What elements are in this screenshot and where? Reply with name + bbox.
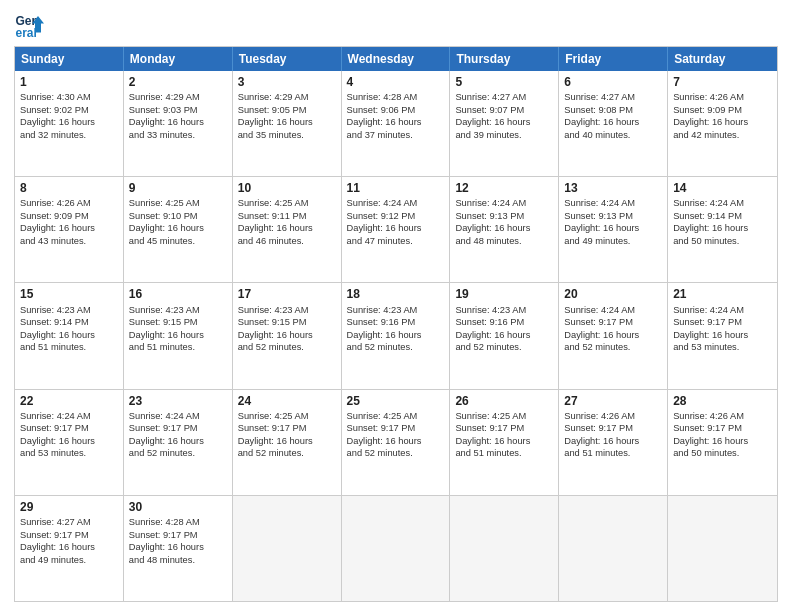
- day-number: 23: [129, 393, 227, 409]
- cell-line: Daylight: 16 hours: [129, 329, 227, 342]
- cell-line: and 49 minutes.: [564, 235, 662, 248]
- calendar-cell: 6Sunrise: 4:27 AMSunset: 9:08 PMDaylight…: [559, 71, 668, 176]
- calendar-cell: [233, 496, 342, 601]
- day-number: 8: [20, 180, 118, 196]
- calendar-cell: 3Sunrise: 4:29 AMSunset: 9:05 PMDaylight…: [233, 71, 342, 176]
- cell-line: Sunset: 9:17 PM: [455, 422, 553, 435]
- cell-line: and 51 minutes.: [20, 341, 118, 354]
- cell-line: Daylight: 16 hours: [455, 222, 553, 235]
- cell-line: and 51 minutes.: [129, 341, 227, 354]
- calendar: SundayMondayTuesdayWednesdayThursdayFrid…: [14, 46, 778, 602]
- day-number: 27: [564, 393, 662, 409]
- cell-line: Sunset: 9:17 PM: [564, 316, 662, 329]
- day-number: 25: [347, 393, 445, 409]
- calendar-cell: 14Sunrise: 4:24 AMSunset: 9:14 PMDayligh…: [668, 177, 777, 282]
- cell-line: and 40 minutes.: [564, 129, 662, 142]
- day-number: 20: [564, 286, 662, 302]
- cell-line: and 52 minutes.: [347, 447, 445, 460]
- cell-line: Sunset: 9:14 PM: [673, 210, 772, 223]
- calendar-cell: 19Sunrise: 4:23 AMSunset: 9:16 PMDayligh…: [450, 283, 559, 388]
- cell-line: Sunset: 9:17 PM: [238, 422, 336, 435]
- day-number: 3: [238, 74, 336, 90]
- cell-line: Sunrise: 4:30 AM: [20, 91, 118, 104]
- calendar-cell: 17Sunrise: 4:23 AMSunset: 9:15 PMDayligh…: [233, 283, 342, 388]
- calendar-cell: 9Sunrise: 4:25 AMSunset: 9:10 PMDaylight…: [124, 177, 233, 282]
- cell-line: and 52 minutes.: [238, 447, 336, 460]
- calendar-cell: 13Sunrise: 4:24 AMSunset: 9:13 PMDayligh…: [559, 177, 668, 282]
- cell-line: Sunrise: 4:26 AM: [673, 410, 772, 423]
- cell-line: Daylight: 16 hours: [238, 222, 336, 235]
- cell-line: and 46 minutes.: [238, 235, 336, 248]
- cell-line: Sunrise: 4:23 AM: [347, 304, 445, 317]
- day-number: 24: [238, 393, 336, 409]
- cell-line: Sunset: 9:08 PM: [564, 104, 662, 117]
- cell-line: Daylight: 16 hours: [673, 116, 772, 129]
- cell-line: Daylight: 16 hours: [129, 116, 227, 129]
- day-number: 18: [347, 286, 445, 302]
- cell-line: Sunrise: 4:23 AM: [129, 304, 227, 317]
- svg-text:eral: eral: [16, 26, 37, 40]
- cell-line: and 51 minutes.: [455, 447, 553, 460]
- cell-line: Sunrise: 4:25 AM: [347, 410, 445, 423]
- cell-line: Daylight: 16 hours: [20, 329, 118, 342]
- cell-line: and 45 minutes.: [129, 235, 227, 248]
- cell-line: Daylight: 16 hours: [673, 222, 772, 235]
- calendar-cell: 22Sunrise: 4:24 AMSunset: 9:17 PMDayligh…: [15, 390, 124, 495]
- header-day-friday: Friday: [559, 47, 668, 71]
- day-number: 10: [238, 180, 336, 196]
- cell-line: and 52 minutes.: [129, 447, 227, 460]
- calendar-row-4: 22Sunrise: 4:24 AMSunset: 9:17 PMDayligh…: [15, 390, 777, 496]
- cell-line: and 51 minutes.: [564, 447, 662, 460]
- cell-line: Daylight: 16 hours: [564, 116, 662, 129]
- calendar-cell: 8Sunrise: 4:26 AMSunset: 9:09 PMDaylight…: [15, 177, 124, 282]
- cell-line: Sunset: 9:05 PM: [238, 104, 336, 117]
- cell-line: Sunrise: 4:24 AM: [20, 410, 118, 423]
- calendar-row-2: 8Sunrise: 4:26 AMSunset: 9:09 PMDaylight…: [15, 177, 777, 283]
- cell-line: and 42 minutes.: [673, 129, 772, 142]
- cell-line: Sunset: 9:17 PM: [347, 422, 445, 435]
- calendar-cell: 7Sunrise: 4:26 AMSunset: 9:09 PMDaylight…: [668, 71, 777, 176]
- calendar-cell: 29Sunrise: 4:27 AMSunset: 9:17 PMDayligh…: [15, 496, 124, 601]
- cell-line: Daylight: 16 hours: [347, 435, 445, 448]
- calendar-cell: 18Sunrise: 4:23 AMSunset: 9:16 PMDayligh…: [342, 283, 451, 388]
- cell-line: Sunrise: 4:26 AM: [564, 410, 662, 423]
- cell-line: Daylight: 16 hours: [129, 541, 227, 554]
- cell-line: and 53 minutes.: [20, 447, 118, 460]
- header-day-wednesday: Wednesday: [342, 47, 451, 71]
- day-number: 12: [455, 180, 553, 196]
- cell-line: and 52 minutes.: [347, 341, 445, 354]
- cell-line: Daylight: 16 hours: [129, 222, 227, 235]
- calendar-row-3: 15Sunrise: 4:23 AMSunset: 9:14 PMDayligh…: [15, 283, 777, 389]
- cell-line: Sunset: 9:07 PM: [455, 104, 553, 117]
- cell-line: and 48 minutes.: [129, 554, 227, 567]
- cell-line: Sunrise: 4:24 AM: [673, 197, 772, 210]
- day-number: 16: [129, 286, 227, 302]
- calendar-header: SundayMondayTuesdayWednesdayThursdayFrid…: [15, 47, 777, 71]
- cell-line: Sunrise: 4:29 AM: [129, 91, 227, 104]
- calendar-cell: 5Sunrise: 4:27 AMSunset: 9:07 PMDaylight…: [450, 71, 559, 176]
- calendar-body: 1Sunrise: 4:30 AMSunset: 9:02 PMDaylight…: [15, 71, 777, 601]
- cell-line: Daylight: 16 hours: [455, 116, 553, 129]
- cell-line: Sunrise: 4:27 AM: [20, 516, 118, 529]
- header-day-tuesday: Tuesday: [233, 47, 342, 71]
- cell-line: Sunset: 9:17 PM: [129, 529, 227, 542]
- cell-line: Sunset: 9:17 PM: [20, 422, 118, 435]
- day-number: 1: [20, 74, 118, 90]
- cell-line: Sunrise: 4:23 AM: [20, 304, 118, 317]
- cell-line: Daylight: 16 hours: [673, 329, 772, 342]
- day-number: 4: [347, 74, 445, 90]
- cell-line: Sunset: 9:11 PM: [238, 210, 336, 223]
- cell-line: and 50 minutes.: [673, 447, 772, 460]
- cell-line: Sunset: 9:13 PM: [564, 210, 662, 223]
- cell-line: Sunrise: 4:25 AM: [238, 197, 336, 210]
- calendar-cell: 23Sunrise: 4:24 AMSunset: 9:17 PMDayligh…: [124, 390, 233, 495]
- cell-line: Daylight: 16 hours: [564, 329, 662, 342]
- cell-line: Sunrise: 4:26 AM: [20, 197, 118, 210]
- cell-line: Daylight: 16 hours: [238, 435, 336, 448]
- cell-line: Sunrise: 4:23 AM: [238, 304, 336, 317]
- cell-line: Sunset: 9:17 PM: [564, 422, 662, 435]
- cell-line: Sunset: 9:16 PM: [455, 316, 553, 329]
- cell-line: and 52 minutes.: [564, 341, 662, 354]
- cell-line: Sunset: 9:13 PM: [455, 210, 553, 223]
- day-number: 11: [347, 180, 445, 196]
